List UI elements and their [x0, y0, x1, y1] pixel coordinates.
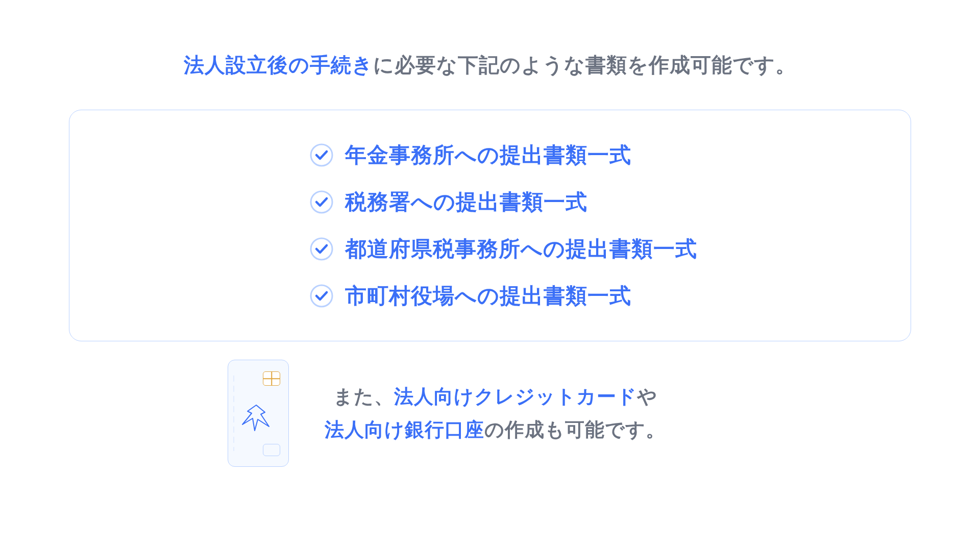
list-item-label: 市町村役場への提出書類一式 — [345, 282, 631, 310]
page-heading: 法人設立後の手続きに必要な下記のような書類を作成可能です。 — [184, 51, 796, 79]
svg-point-0 — [311, 144, 332, 166]
card-small-rect — [263, 444, 280, 456]
bottom-section: また、法人向けクレジットカードや 法人向け銀行口座の作成も可能です。 — [228, 360, 666, 467]
check-circle-icon — [309, 284, 334, 308]
check-circle-icon — [309, 190, 334, 214]
svg-point-1 — [311, 191, 332, 213]
list-item: 市町村役場への提出書類一式 — [309, 282, 890, 310]
swallow-icon — [238, 401, 274, 432]
bottom-part4: 法人向け銀行口座 — [325, 419, 484, 440]
check-circle-icon — [309, 237, 334, 261]
list-item: 年金事務所への提出書類一式 — [309, 141, 890, 169]
bottom-part1: また、 — [333, 386, 394, 407]
svg-point-2 — [311, 238, 332, 260]
svg-point-3 — [311, 285, 332, 307]
bottom-part3: や — [637, 386, 657, 407]
list-item-label: 税務署への提出書類一式 — [345, 188, 587, 216]
list-item-label: 年金事務所への提出書類一式 — [345, 141, 631, 169]
heading-gray: に必要な下記のような書類を作成可能です。 — [373, 54, 796, 76]
bottom-part5: の作成も可能です。 — [484, 419, 666, 440]
credit-card-illustration — [228, 360, 289, 467]
check-circle-icon — [309, 143, 334, 167]
list-item-label: 都道府県税事務所への提出書類一式 — [345, 235, 697, 263]
card-stripe — [233, 375, 234, 451]
card-chip-icon — [263, 371, 280, 386]
list-item: 税務署への提出書類一式 — [309, 188, 890, 216]
document-list-box: 年金事務所への提出書類一式 税務署への提出書類一式 都道府県税事務所への提出書類… — [69, 110, 911, 341]
heading-blue: 法人設立後の手続き — [184, 54, 373, 76]
bottom-text: また、法人向けクレジットカードや 法人向け銀行口座の作成も可能です。 — [325, 380, 666, 446]
list-item: 都道府県税事務所への提出書類一式 — [309, 235, 890, 263]
bottom-part2: 法人向けクレジットカード — [394, 386, 637, 407]
